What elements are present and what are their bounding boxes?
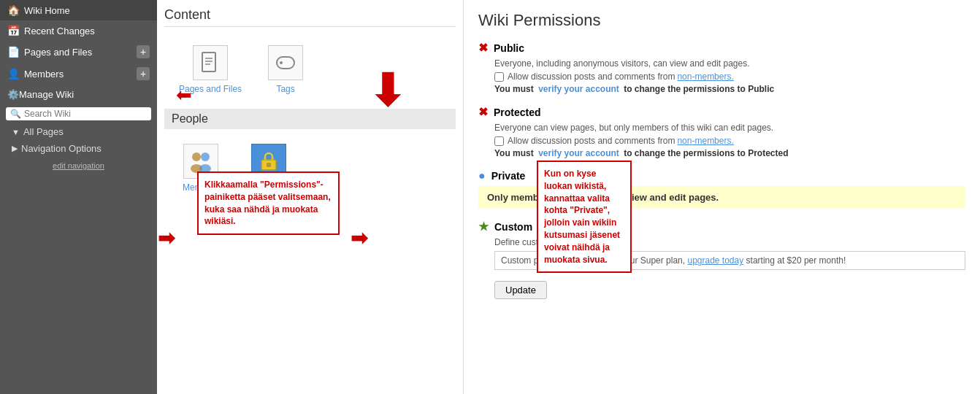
custom-star-icon: ★ [478, 220, 489, 233]
members-add-button[interactable]: + [137, 67, 150, 80]
protected-non-members-link[interactable]: non-members. [677, 136, 733, 146]
sidebar-item-nav-options[interactable]: ▶ Navigation Options [0, 140, 157, 157]
protected-verify-link[interactable]: verify your account [538, 148, 619, 158]
sidebar-item-recent-changes[interactable]: 📅 Recent Changes [0, 20, 157, 41]
public-verify-link[interactable]: verify your account [538, 84, 619, 94]
svg-rect-4 [277, 57, 294, 69]
svg-rect-0 [202, 53, 215, 72]
permissions-title: Wiki Permissions [478, 11, 965, 30]
all-pages-arrow-icon: ▼ [12, 128, 20, 136]
protected-desc: Everyone can view pages, but only member… [494, 123, 965, 133]
nav-options-arrow-icon: ▶ [12, 144, 18, 153]
members-icon: 👤 [7, 68, 20, 80]
pages-files-icon: 📄 [7, 46, 20, 58]
arrow-2-to-3: ➡ [351, 226, 367, 250]
upgrade-link[interactable]: upgrade today [687, 255, 743, 266]
wiki-home-icon: 🏠 [7, 4, 20, 16]
update-button[interactable]: Update [494, 281, 547, 299]
main-area: Content Pages and Files [157, 0, 980, 394]
arrow-1-to-2: ➡ [158, 226, 175, 250]
protected-checkbox[interactable] [494, 136, 504, 146]
content-title: Content [164, 7, 456, 27]
sidebar-item-wiki-home[interactable]: 🏠 Wiki Home [0, 0, 157, 20]
pages-files-link[interactable]: Pages and Files [179, 45, 242, 94]
public-non-members-link[interactable]: non-members. [677, 72, 733, 82]
protected-x-icon: ✖ [478, 105, 488, 119]
sidebar-item-pages-files[interactable]: 📄 Pages and Files + [0, 41, 157, 63]
svg-rect-11 [267, 163, 271, 167]
public-option: ✖ Public Everyone, including anonymous v… [478, 41, 965, 94]
annotation-box-2: Klikkaamalla "Permissions"-painiketta pä… [197, 171, 340, 235]
search-input[interactable] [24, 109, 147, 119]
sidebar-item-manage-wiki[interactable]: ⚙️ Manage Wiki ⬅ [0, 85, 157, 104]
svg-point-7 [201, 152, 210, 161]
tags-icon-box [268, 45, 303, 80]
manage-wiki-icon: ⚙️ [7, 89, 19, 100]
public-x-icon: ✖ [478, 41, 488, 55]
pages-files-add-button[interactable]: + [137, 45, 150, 58]
public-verify: You must verify your account to change t… [494, 84, 965, 94]
sidebar-item-all-pages[interactable]: ▼ All Pages [0, 123, 157, 140]
recent-changes-icon: 📅 [7, 25, 20, 36]
public-desc: Everyone, including anonymous visitors, … [494, 58, 965, 69]
public-checkbox-line: Allow discussion posts and comments from… [494, 72, 965, 82]
people-section: People [164, 109, 456, 129]
protected-option: ✖ Protected Everyone can view pages, but… [478, 105, 965, 158]
sidebar-item-members[interactable]: 👤 Members + [0, 63, 157, 85]
sidebar: 🏠 Wiki Home 📅 Recent Changes 📄 Pages and… [0, 0, 157, 394]
protected-header: ✖ Protected [478, 105, 965, 119]
search-icon: 🔍 [10, 109, 21, 119]
public-header: ✖ Public [478, 41, 965, 55]
protected-verify: You must verify your account to change t… [494, 148, 965, 158]
private-radio-icon: ● [478, 169, 486, 182]
svg-point-6 [192, 152, 201, 161]
annotation-box-3: Kun on kyse luokan wikistä, kannattaa va… [537, 161, 632, 273]
public-checkbox[interactable] [494, 72, 504, 82]
content-icon-grid: Pages and Files Tags [164, 38, 456, 101]
tags-link[interactable]: Tags [264, 45, 307, 94]
svg-point-5 [280, 61, 283, 64]
edit-navigation-link[interactable]: edit navigation [0, 157, 157, 174]
content-panel: Content Pages and Files [157, 0, 464, 394]
sidebar-search-container: 🔍 [6, 107, 151, 120]
protected-checkbox-line: Allow discussion posts and comments from… [494, 136, 965, 146]
pages-files-icon-box [193, 45, 228, 80]
